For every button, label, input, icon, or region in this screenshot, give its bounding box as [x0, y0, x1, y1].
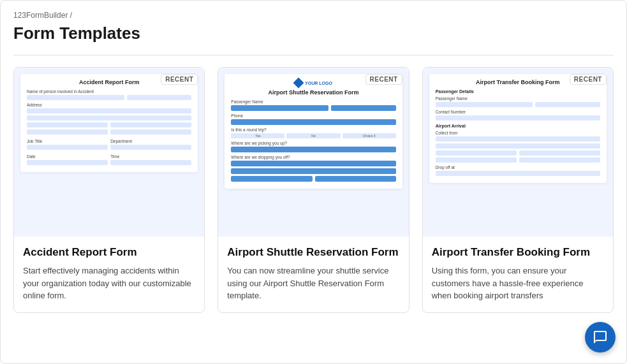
- form-miniature-shuttle: YOUR LOGO Airport Shuttle Reservation Fo…: [225, 74, 402, 189]
- card-info-transfer: Airport Transfer Booking Form Using this…: [423, 237, 613, 312]
- card-preview-accident: RECENT Accident Report Form Name of pers…: [14, 68, 204, 237]
- card-title-accident: Accident Report Form: [23, 245, 195, 259]
- form-miniature-accident: Accident Report Form Name of person invo…: [20, 74, 198, 172]
- recent-badge-accident: RECENT: [161, 74, 198, 85]
- card-airport-shuttle[interactable]: RECENT YOUR LOGO Airport Shuttle Reserva…: [218, 67, 409, 313]
- card-preview-transfer: RECENT Airport Transfer Booking Form Pas…: [423, 68, 613, 237]
- logo-diamond-icon: [293, 78, 304, 89]
- card-accident-report[interactable]: RECENT Accident Report Form Name of pers…: [13, 67, 205, 313]
- breadcrumb: 123FormBuilder /: [13, 11, 614, 20]
- recent-badge-shuttle: RECENT: [365, 74, 402, 85]
- page-title: Form Templates: [13, 24, 614, 43]
- breadcrumb-separator: /: [70, 11, 72, 20]
- form-miniature-transfer: Airport Transfer Booking Form Passenger …: [429, 74, 607, 183]
- card-info-shuttle: Airport Shuttle Reservation Form You can…: [218, 237, 408, 312]
- chat-fab-button[interactable]: [585, 322, 616, 353]
- recent-badge-transfer: RECENT: [570, 74, 607, 85]
- card-desc-shuttle: You can now streamline your shuttle serv…: [227, 265, 399, 302]
- cards-grid: RECENT Accident Report Form Name of pers…: [13, 67, 614, 313]
- chat-icon: [593, 330, 608, 345]
- page-wrapper: 123FormBuilder / Form Templates RECENT A…: [0, 0, 627, 364]
- card-info-accident: Accident Report Form Start effectively m…: [14, 237, 204, 312]
- section-divider: [13, 55, 614, 55]
- card-airport-transfer[interactable]: RECENT Airport Transfer Booking Form Pas…: [422, 67, 614, 313]
- card-desc-transfer: Using this form, you can ensure your cus…: [432, 265, 604, 302]
- card-title-transfer: Airport Transfer Booking Form: [432, 245, 604, 259]
- card-preview-shuttle: RECENT YOUR LOGO Airport Shuttle Reserva…: [218, 68, 408, 237]
- card-title-shuttle: Airport Shuttle Reservation Form: [227, 245, 399, 259]
- form-mini-title-shuttle: Airport Shuttle Reservation Form: [231, 89, 395, 96]
- breadcrumb-parent: 123FormBuilder: [13, 11, 68, 20]
- card-desc-accident: Start effectively managing accidents wit…: [23, 265, 195, 302]
